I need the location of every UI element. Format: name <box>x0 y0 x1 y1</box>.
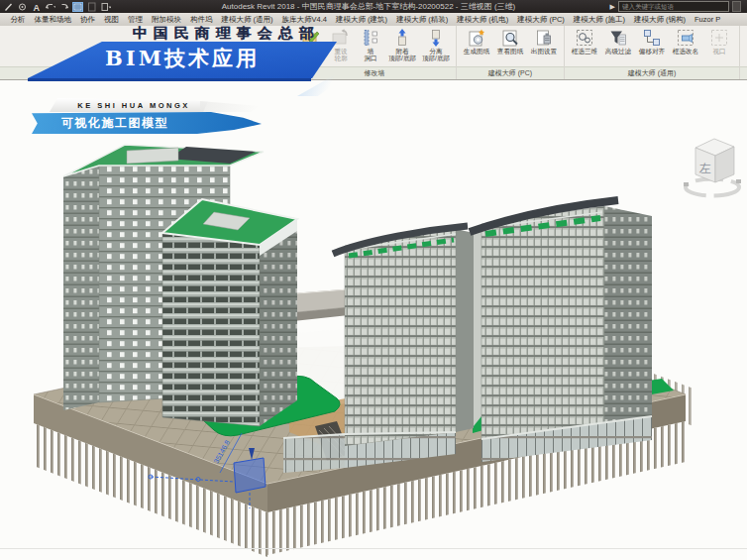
viewcube-face-label: 左 <box>698 162 711 175</box>
redo-icon[interactable] <box>58 2 69 12</box>
tower-gap <box>474 224 481 426</box>
generate-sheets-button[interactable]: 生成图纸 <box>460 27 493 55</box>
svg-text:A: A <box>33 2 40 12</box>
wall-opening-icon <box>361 28 380 48</box>
marker-icon[interactable] <box>3 2 14 12</box>
advanced-filter-icon <box>608 28 628 48</box>
box-rename-button[interactable]: 框选改名 <box>669 27 702 55</box>
panel-label-master-pc: 建模大师 (PC) <box>457 66 564 79</box>
ribbon-tab-row: 分析 体量和场地 协作 视图 管理 附加模块 构件坞 建模大师 (通用) 族库大… <box>0 13 747 26</box>
dropdown-icon[interactable] <box>100 2 111 12</box>
search-collapse-arrow[interactable]: ▶ <box>610 3 615 10</box>
view-sheets-button[interactable]: 查看图纸 <box>493 27 527 55</box>
tab-view[interactable]: 视图 <box>100 15 124 25</box>
view-sheets-icon <box>500 28 520 48</box>
search-input[interactable] <box>618 1 729 12</box>
viewcube[interactable]: 左 <box>684 139 741 196</box>
tower-d[interactable] <box>470 200 652 462</box>
tab-manage[interactable]: 管理 <box>124 15 148 25</box>
tab-master-finish[interactable]: 建模大师 (精装) <box>392 15 453 25</box>
tab-family-master[interactable]: 族库大师V4.4 <box>277 15 331 25</box>
undo-icon[interactable] <box>45 2 55 12</box>
tab-master-general[interactable]: 建模大师 (通用) <box>217 15 277 25</box>
reset-profile-button[interactable]: 重设 轮廓 <box>326 27 356 62</box>
sheet-settings-icon <box>534 28 554 48</box>
measure-icon[interactable] <box>17 2 28 12</box>
offset-align-button[interactable]: 偏移对齐 <box>635 27 669 55</box>
tab-master-construction[interactable]: 建模大师 (施工) <box>569 15 629 25</box>
panel-modify-wall: 编辑 轮廓 重设 轮廓 墙 洞口 附着 顶部/底部 <box>293 26 457 79</box>
box-select-3d-icon <box>575 28 594 48</box>
ribbon: 编辑 轮廓 重设 轮廓 墙 洞口 附着 顶部/底部 <box>0 26 747 80</box>
sheet-settings-button[interactable]: 出图设置 <box>527 27 561 55</box>
box-rename-icon <box>676 28 695 48</box>
wall-opening-button[interactable]: 墙 洞口 <box>356 27 385 62</box>
offset-align-icon <box>642 28 662 48</box>
window-title: Autodesk Revit 2018 - 中国民商理事会总部-地下室结构-20… <box>139 0 598 13</box>
tab-component-dock[interactable]: 构件坞 <box>186 15 218 25</box>
tower-a-penthouse <box>127 148 178 164</box>
edit-profile-button[interactable]: 编辑 轮廓 <box>296 27 326 62</box>
panel-label-master-general: 建模大师 (通用) <box>565 66 739 79</box>
tab-master-steel[interactable]: 建模大师 (钢构) <box>629 15 690 25</box>
search-side-icon[interactable] <box>732 1 741 12</box>
generate-sheets-icon <box>467 28 486 48</box>
viewport-button[interactable]: 视口 <box>702 27 736 55</box>
tab-collaborate[interactable]: 协作 <box>76 15 100 25</box>
tower-c-podium-wrap <box>283 434 345 473</box>
advanced-filter-button[interactable]: 高级过滤 <box>601 27 635 55</box>
reset-profile-icon <box>331 28 351 48</box>
tab-master-pc[interactable]: 建模大师 (PC) <box>513 15 570 25</box>
text-icon[interactable]: A <box>31 2 42 12</box>
canvas-bottom-line <box>0 548 747 549</box>
edit-profile-icon <box>301 28 321 48</box>
detach-top-bottom-button[interactable]: 分离 顶部/底部 <box>419 27 453 62</box>
tab-addins[interactable]: 附加模块 <box>148 15 186 25</box>
panel-master-general: 框选三维 高级过滤 偏移对齐 框选改名 视口 <box>565 26 740 79</box>
tab-analyze[interactable]: 分析 <box>6 15 30 25</box>
tab-master-arch[interactable]: 建模大师 (建筑) <box>332 15 392 25</box>
tower-b[interactable] <box>162 199 297 426</box>
quick-access-toolbar[interactable]: A <box>3 1 111 12</box>
tab-fuzor[interactable]: Fuzor P <box>691 15 725 24</box>
drawing-area[interactable]: 35146.8 左 <box>0 79 747 560</box>
sheet-icon[interactable] <box>86 2 97 12</box>
box-select-3d-button[interactable]: 框选三维 <box>568 27 601 55</box>
panel-master-pc: 生成图纸 查看图纸 出图设置 建模大师 (PC) <box>457 26 565 79</box>
viewport-icon <box>709 28 729 48</box>
attach-top-bottom-icon <box>392 28 412 48</box>
tab-master-mep[interactable]: 建模大师 (机电) <box>453 15 513 25</box>
detach-top-bottom-icon <box>426 28 446 48</box>
tab-massing-site[interactable]: 体量和场地 <box>30 15 76 25</box>
attach-top-bottom-button[interactable]: 附着 顶部/底部 <box>385 27 419 62</box>
title-bar: A Autodesk Revit 2018 - 中国民商理事会总部-地下室结构-… <box>0 0 747 13</box>
panel-label-modify-wall: 修改墙 <box>293 66 456 79</box>
section-box-icon[interactable] <box>72 2 83 12</box>
model-3d-view[interactable]: 35146.8 左 <box>0 79 747 560</box>
